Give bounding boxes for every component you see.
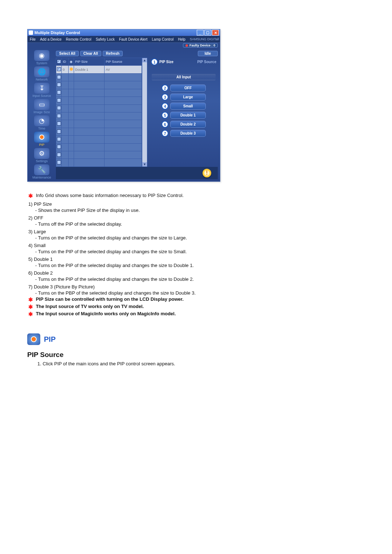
cell-id: 0 [62,66,69,73]
sidebar-label: System [31,61,53,65]
cell-pip-source: AV [105,66,142,73]
sidebar-label: Network [31,78,53,81]
table-row[interactable] [56,136,142,143]
step-text: 1. Click PIP of the main icons and the P… [37,361,377,366]
clear-all-button[interactable]: Clear All [80,51,101,56]
table-row[interactable] [56,159,142,167]
row-checkbox[interactable] [57,90,61,94]
scroll-up-icon[interactable]: ▲ [142,58,147,62]
refresh-button[interactable]: Refresh [103,51,123,56]
item-desc: - Turns off the PIP of the selected disp… [35,221,260,227]
small-button[interactable]: Small [170,103,206,110]
grid-scrollbar[interactable]: ▲ ▼ [142,58,147,167]
checkbox-icon[interactable] [57,59,61,63]
faulty-device-label: Faulty Device : 0 [189,44,215,47]
maximize-button[interactable]: ☐ [204,30,211,36]
sidebar-item-input-source[interactable]: ↧ Input Source [31,83,53,98]
sidebar-item-network[interactable]: 🌐 Network [31,66,53,81]
system-icon: ◉ [34,50,49,61]
all-input-label: All Input [152,74,216,80]
note-text: PIP Size can be controlled with turning … [36,296,184,302]
double1-button[interactable]: Double 1 [170,112,206,119]
menu-file[interactable]: File [30,37,36,41]
double2-button[interactable]: Double 2 [170,121,206,128]
menu-remote-control[interactable]: Remote Control [66,37,91,41]
menu-safety-lock[interactable]: Safety Lock [96,37,115,41]
large-button[interactable]: Large [170,94,206,100]
item-num: 1) [28,201,33,207]
note-text: The Input source of TV works only on TV … [36,304,144,309]
row-checkbox[interactable] [57,145,61,149]
row-checkbox[interactable] [57,130,61,134]
right-panel: 1 PIP Size PIP Source All Input 2 OFF 3 [150,58,218,167]
menu-help[interactable]: Help [178,37,185,41]
section-label: PIP [27,333,377,345]
sidebar-item-pip[interactable]: PIP [31,132,53,147]
table-row[interactable] [56,73,142,81]
app-window: Multiple Display Control _ ☐ ✕ File Add … [27,29,220,182]
table-row[interactable] [56,104,142,112]
sidebar-label: Time [31,127,53,130]
row-checkbox[interactable] [57,67,61,71]
table-row[interactable] [56,120,142,128]
row-checkbox[interactable] [57,153,61,157]
status-dot-icon [70,67,73,71]
table-row[interactable] [56,128,142,135]
menu-fault-device-alert[interactable]: Fault Device Alert [119,37,147,41]
table-row[interactable] [56,143,142,151]
info-grid[interactable]: ID ◉ PIP Size PIP Source 0 Double 1 [56,58,142,167]
note-text: The Input source of MagicInfo works only… [36,311,176,316]
minimize-button[interactable]: _ [197,30,204,36]
step-1: Click PIP of the main icons and the PIP … [42,361,175,366]
sidebar-item-time[interactable]: ◔ Time [31,115,53,130]
sidebar-item-image-size[interactable]: ▭ Image Size [31,99,53,114]
footer-bar: ! [56,167,218,179]
header-pip-size[interactable]: PIP Size [74,58,105,66]
pip-icon [34,132,49,143]
row-checkbox[interactable] [57,98,61,102]
row-checkbox[interactable] [57,83,61,87]
row-checkbox[interactable] [57,114,61,118]
table-row[interactable] [56,89,142,97]
table-row[interactable] [56,112,142,120]
row-checkbox[interactable] [57,137,61,141]
sidebar-item-system[interactable]: ◉ System [31,50,53,65]
close-button[interactable]: ✕ [212,30,219,36]
row-checkbox[interactable] [57,160,61,164]
menu-add-device[interactable]: Add a Device [40,37,61,41]
table-row[interactable] [56,81,142,89]
item-title: Double 1 [34,257,53,262]
table-row[interactable] [56,97,142,104]
time-icon: ◔ [34,115,49,126]
menubar: File Add a Device Remote Control Safety … [28,36,220,43]
window-title: Multiple Display Control [34,30,80,35]
header-pip-source[interactable]: PIP Source [105,58,142,66]
scroll-down-icon[interactable]: ▼ [142,162,147,167]
item-title: Double 3 (Picture By Picture) [34,284,95,290]
off-button[interactable]: OFF [170,85,206,91]
item-num: 3) [28,229,33,234]
sidebar-item-settings[interactable]: ⚙ Settings [31,148,53,163]
cell-pip-size: Double 1 [74,66,105,73]
item-num: 4) [28,243,33,248]
section-title: PIP [44,335,56,344]
double3-button[interactable]: Double 3 [170,130,206,137]
select-all-button[interactable]: Select All [56,51,79,56]
star-icon: ✱ [28,311,33,317]
header-status-col[interactable]: ◉ [69,58,74,66]
sidebar-item-maintenance[interactable]: 🔧 Maintenance [31,164,53,179]
row-checkbox[interactable] [57,75,61,79]
callout-2: 2 [162,85,168,91]
header-id[interactable]: ID [62,58,69,66]
sidebar: ◉ System 🌐 Network ↧ Input Source ▭ Imag… [30,50,54,179]
row-checkbox[interactable] [57,106,61,110]
table-row[interactable]: 0 Double 1 AV [56,66,142,73]
maintenance-icon: 🔧 [34,164,49,175]
menu-lamp-control[interactable]: Lamp Control [152,37,173,41]
row-checkbox[interactable] [57,122,61,126]
input-source-icon: ↧ [34,83,49,94]
table-row[interactable] [56,151,142,159]
star-icon: ✱ [28,304,33,310]
explanation-block: ✱ Info Grid shows some basic information… [27,193,260,317]
header-checkbox-col[interactable] [56,58,62,66]
